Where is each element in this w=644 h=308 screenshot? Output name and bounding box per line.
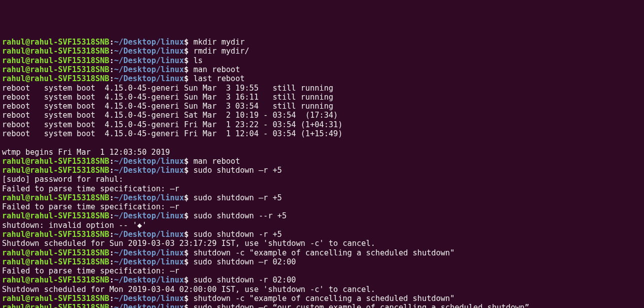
terminal-line: reboot system boot 4.15.0-45-generi Fri …: [2, 120, 642, 129]
prompt-dollar: $: [184, 166, 194, 175]
prompt-path: ~/Desktop/linux: [114, 56, 184, 65]
prompt-colon: :: [110, 47, 114, 56]
output-text: Shutdown scheduled for Mon 2019-03-04 02…: [2, 285, 376, 294]
prompt-path: ~/Desktop/linux: [114, 193, 184, 202]
terminal-line: rahul@rahul-SVF15318SNB:~/Desktop/linux$…: [2, 294, 642, 303]
command-text: sudo shutdown -r 02:00: [194, 275, 296, 284]
prompt-path: ~/Desktop/linux: [114, 166, 184, 175]
prompt-colon: :: [110, 56, 114, 65]
terminal-line: reboot system boot 4.15.0-45-generi Sun …: [2, 93, 642, 102]
command-text: man reboot: [194, 65, 240, 74]
terminal-line: Shutdown scheduled for Sun 2019-03-03 23…: [2, 239, 642, 248]
output-text: shutdown: invalid option -- '◆': [2, 221, 146, 230]
prompt-user: rahul@rahul-SVF15318SNB: [2, 166, 110, 175]
prompt-dollar: $: [184, 38, 194, 47]
terminal-line: rahul@rahul-SVF15318SNB:~/Desktop/linux$…: [2, 74, 642, 83]
command-text: sudo shutdown -r +5: [194, 230, 282, 239]
prompt-colon: :: [110, 257, 114, 266]
prompt-path: ~/Desktop/linux: [114, 38, 184, 47]
terminal-line: rahul@rahul-SVF15318SNB:~/Desktop/linux$…: [2, 166, 642, 175]
terminal-line: rahul@rahul-SVF15318SNB:~/Desktop/linux$…: [2, 65, 642, 74]
prompt-colon: :: [110, 294, 114, 303]
prompt-user: rahul@rahul-SVF15318SNB: [2, 47, 110, 56]
prompt-path: ~/Desktop/linux: [114, 74, 184, 83]
command-text: sudo shutdown –r +5: [194, 166, 282, 175]
output-text: reboot system boot 4.15.0-45-generi Fri …: [2, 120, 342, 129]
prompt-user: rahul@rahul-SVF15318SNB: [2, 230, 110, 239]
output-text: reboot system boot 4.15.0-45-generi Sat …: [2, 111, 338, 120]
prompt-colon: :: [110, 275, 114, 284]
prompt-path: ~/Desktop/linux: [114, 294, 184, 303]
prompt-colon: :: [110, 38, 114, 47]
prompt-dollar: $: [184, 157, 194, 166]
command-text: sudo shutdown –r +5: [194, 193, 282, 202]
terminal-line: rahul@rahul-SVF15318SNB:~/Desktop/linux$…: [2, 38, 642, 47]
output-text: Failed to parse time specification: –r: [2, 184, 180, 193]
prompt-path: ~/Desktop/linux: [114, 303, 184, 308]
prompt-user: rahul@rahul-SVF15318SNB: [2, 157, 110, 166]
terminal-line: Failed to parse time specification: –r: [2, 184, 642, 193]
terminal-line: Failed to parse time specification: –r: [2, 266, 642, 275]
prompt-dollar: $: [184, 248, 194, 257]
output-text: reboot system boot 4.15.0-45-generi Fri …: [2, 129, 342, 138]
command-text: mkdir mydir: [194, 38, 245, 47]
output-text: reboot system boot 4.15.0-45-generi Sun …: [2, 84, 334, 93]
terminal-line: rahul@rahul-SVF15318SNB:~/Desktop/linux$…: [2, 257, 642, 266]
terminal-line: rahul@rahul-SVF15318SNB:~/Desktop/linux$…: [2, 303, 642, 308]
output-text: reboot system boot 4.15.0-45-generi Sun …: [2, 102, 334, 111]
command-text: sudo shutdown --r +5: [194, 211, 287, 220]
prompt-colon: :: [110, 74, 114, 83]
prompt-dollar: $: [184, 230, 194, 239]
command-text: last reboot: [194, 74, 245, 83]
output-text: wtmp begins Fri Mar 1 12:03:50 2019: [2, 148, 170, 157]
prompt-user: rahul@rahul-SVF15318SNB: [2, 294, 110, 303]
terminal-line: rahul@rahul-SVF15318SNB:~/Desktop/linux$…: [2, 211, 642, 220]
prompt-user: rahul@rahul-SVF15318SNB: [2, 65, 110, 74]
command-text: rmdir mydir/: [194, 47, 250, 56]
prompt-path: ~/Desktop/linux: [114, 47, 184, 56]
prompt-dollar: $: [184, 74, 194, 83]
prompt-dollar: $: [184, 257, 194, 266]
prompt-path: ~/Desktop/linux: [114, 230, 184, 239]
terminal-line: Failed to parse time specification: –r: [2, 202, 642, 211]
prompt-colon: :: [110, 157, 114, 166]
prompt-dollar: $: [184, 294, 194, 303]
terminal-line: rahul@rahul-SVF15318SNB:~/Desktop/linux$…: [2, 157, 642, 166]
command-text: sudo shutdown –r 02:00: [194, 257, 296, 266]
prompt-colon: :: [110, 248, 114, 257]
terminal-line: rahul@rahul-SVF15318SNB:~/Desktop/linux$…: [2, 248, 642, 257]
prompt-dollar: $: [184, 303, 194, 308]
prompt-dollar: $: [184, 65, 194, 74]
prompt-user: rahul@rahul-SVF15318SNB: [2, 257, 110, 266]
terminal-output[interactable]: rahul@rahul-SVF15318SNB:~/Desktop/linux$…: [2, 38, 642, 308]
terminal-line: [sudo] password for rahul:: [2, 175, 642, 184]
command-text: sudo shutdown –c “our custom example of …: [194, 303, 530, 308]
prompt-colon: :: [110, 211, 114, 220]
command-text: shutdown -c "example of cancelling a sch…: [194, 294, 455, 303]
terminal-line: reboot system boot 4.15.0-45-generi Sat …: [2, 111, 642, 120]
terminal-line: shutdown: invalid option -- '◆': [2, 221, 642, 230]
output-text: Shutdown scheduled for Sun 2019-03-03 23…: [2, 239, 376, 248]
command-text: ls: [194, 56, 203, 65]
terminal-line: [2, 138, 642, 147]
prompt-dollar: $: [184, 56, 194, 65]
prompt-user: rahul@rahul-SVF15318SNB: [2, 303, 110, 308]
prompt-path: ~/Desktop/linux: [114, 157, 184, 166]
prompt-colon: :: [110, 65, 114, 74]
prompt-colon: :: [110, 230, 114, 239]
prompt-user: rahul@rahul-SVF15318SNB: [2, 275, 110, 284]
terminal-line: rahul@rahul-SVF15318SNB:~/Desktop/linux$…: [2, 275, 642, 284]
output-text: Failed to parse time specification: –r: [2, 266, 180, 275]
prompt-user: rahul@rahul-SVF15318SNB: [2, 74, 110, 83]
prompt-path: ~/Desktop/linux: [114, 65, 184, 74]
terminal-line: reboot system boot 4.15.0-45-generi Sun …: [2, 84, 642, 93]
terminal-line: rahul@rahul-SVF15318SNB:~/Desktop/linux$…: [2, 56, 642, 65]
prompt-colon: :: [110, 166, 114, 175]
terminal-line: reboot system boot 4.15.0-45-generi Sun …: [2, 102, 642, 111]
prompt-path: ~/Desktop/linux: [114, 248, 184, 257]
terminal-line: rahul@rahul-SVF15318SNB:~/Desktop/linux$…: [2, 230, 642, 239]
terminal-line: Shutdown scheduled for Mon 2019-03-04 02…: [2, 285, 642, 294]
prompt-dollar: $: [184, 211, 194, 220]
output-text: Failed to parse time specification: –r: [2, 202, 180, 211]
prompt-user: rahul@rahul-SVF15318SNB: [2, 211, 110, 220]
